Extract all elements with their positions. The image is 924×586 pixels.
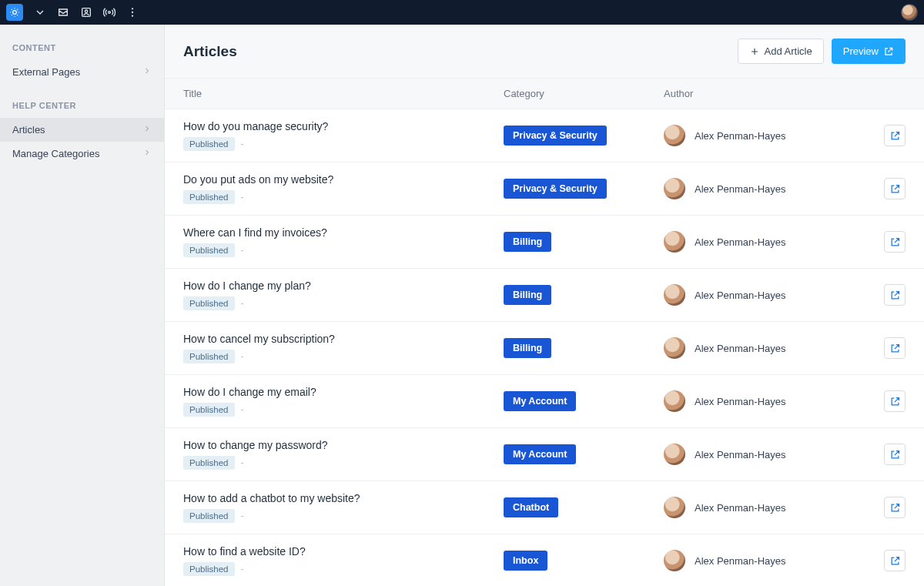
author-name: Alex Penman-Hayes [695, 449, 786, 460]
author-name: Alex Penman-Hayes [695, 130, 786, 142]
author-avatar [664, 284, 685, 306]
sidebar-item-articles[interactable]: Articles [0, 118, 164, 142]
article-title[interactable]: How do I change my email? [183, 386, 504, 398]
status-dash: - [241, 351, 244, 362]
author-avatar [664, 550, 685, 571]
user-avatar[interactable] [901, 4, 918, 21]
category-badge[interactable]: Billing [504, 232, 551, 252]
author-name: Alex Penman-Hayes [695, 183, 786, 195]
sidebar: CONTENT External Pages HELP CENTER Artic… [0, 25, 165, 586]
article-title[interactable]: How to add a chatbot to my website? [183, 492, 504, 504]
article-title[interactable]: How to change my password? [183, 439, 504, 451]
open-article-button[interactable] [884, 444, 906, 465]
page-title: Articles [183, 43, 237, 60]
status-dash: - [241, 564, 244, 574]
sidebar-item-external-pages[interactable]: External Pages [0, 60, 164, 84]
author-avatar [664, 497, 685, 518]
status-badge: Published [183, 190, 235, 204]
status-dash: - [241, 457, 244, 468]
author-avatar [664, 444, 685, 465]
chevron-right-icon [142, 148, 152, 159]
external-link-icon [883, 46, 894, 57]
add-article-label: Add Article [765, 45, 812, 57]
plus-icon [749, 46, 760, 57]
sidebar-section-label: HELP CENTER [0, 98, 164, 118]
chevron-right-icon [142, 124, 152, 136]
add-article-button[interactable]: Add Article [738, 39, 824, 64]
status-dash: - [241, 139, 244, 149]
category-badge[interactable]: Inbox [504, 551, 547, 571]
author-name: Alex Penman-Hayes [695, 502, 786, 514]
preview-label: Preview [843, 45, 879, 57]
status-badge: Published [183, 243, 235, 257]
status-badge: Published [183, 403, 235, 417]
table-row: How do you manage security?Published-Pri… [165, 109, 924, 162]
table-row: Do you put ads on my website?Published-P… [165, 162, 924, 216]
article-list: How do you manage security?Published-Pri… [165, 109, 924, 586]
open-article-button[interactable] [884, 337, 906, 359]
chevron-right-icon [142, 66, 152, 78]
svg-point-4 [132, 8, 133, 9]
inbox-icon[interactable] [57, 6, 69, 18]
article-title[interactable]: How to cancel my subscription? [183, 333, 504, 345]
svg-point-3 [109, 12, 111, 14]
column-category: Category [504, 88, 664, 99]
status-badge: Published [183, 296, 235, 310]
category-badge[interactable]: Billing [504, 338, 551, 358]
author-name: Alex Penman-Hayes [695, 290, 786, 301]
category-badge[interactable]: Privacy & Security [504, 179, 607, 199]
article-title[interactable]: How to find a website ID? [183, 545, 504, 558]
author-avatar [664, 390, 685, 412]
svg-point-6 [132, 15, 133, 17]
author-name: Alex Penman-Hayes [695, 396, 786, 407]
open-article-button[interactable] [884, 550, 906, 571]
article-title[interactable]: How do you manage security? [183, 120, 504, 132]
category-badge[interactable]: Billing [504, 285, 551, 305]
sidebar-item-label: Articles [12, 124, 45, 136]
open-article-button[interactable] [884, 231, 906, 253]
author-avatar [664, 337, 685, 359]
open-article-button[interactable] [884, 125, 906, 146]
table-row: How to add a chatbot to my website?Publi… [165, 481, 924, 534]
workspace-caret-icon[interactable] [34, 6, 46, 18]
sidebar-item-manage-categories[interactable]: Manage Categories [0, 142, 164, 166]
sidebar-item-label: Manage Categories [12, 148, 99, 159]
author-name: Alex Penman-Hayes [695, 343, 786, 354]
status-dash: - [241, 511, 244, 521]
open-article-button[interactable] [884, 390, 906, 412]
more-icon[interactable] [126, 6, 139, 18]
status-badge: Published [183, 562, 235, 576]
content: Articles Add Article Preview Title Categ… [165, 25, 924, 586]
status-badge: Published [183, 350, 235, 363]
table-header: Title Category Author [165, 78, 924, 109]
table-row: How do I change my plan?Published-Billin… [165, 269, 924, 322]
article-title[interactable]: Do you put ads on my website? [183, 173, 504, 186]
category-badge[interactable]: My Account [504, 391, 576, 411]
table-row: Where can I find my invoices?Published-B… [165, 216, 924, 269]
status-badge: Published [183, 137, 235, 151]
app-logo[interactable] [6, 4, 23, 21]
open-article-button[interactable] [884, 284, 906, 306]
table-row: How to find a website ID?Published-Inbox… [165, 534, 924, 586]
column-author: Author [664, 88, 856, 99]
contacts-icon[interactable] [80, 6, 92, 18]
article-title[interactable]: Where can I find my invoices? [183, 226, 504, 239]
article-title[interactable]: How do I change my plan? [183, 280, 504, 292]
author-name: Alex Penman-Hayes [695, 555, 786, 567]
category-badge[interactable]: My Account [504, 444, 576, 464]
open-article-button[interactable] [884, 497, 906, 518]
column-title: Title [183, 88, 504, 99]
topbar [0, 0, 924, 25]
table-row: How do I change my email?Published-My Ac… [165, 375, 924, 428]
category-badge[interactable]: Privacy & Security [504, 126, 607, 146]
preview-button[interactable]: Preview [832, 39, 906, 64]
sidebar-section-label: CONTENT [0, 40, 164, 60]
svg-point-5 [132, 12, 133, 13]
svg-point-0 [13, 11, 17, 15]
author-avatar [664, 125, 685, 146]
category-badge[interactable]: Chatbot [504, 497, 558, 517]
status-dash: - [241, 404, 244, 415]
open-article-button[interactable] [884, 178, 906, 199]
author-avatar [664, 178, 685, 199]
broadcast-icon[interactable] [103, 6, 116, 18]
